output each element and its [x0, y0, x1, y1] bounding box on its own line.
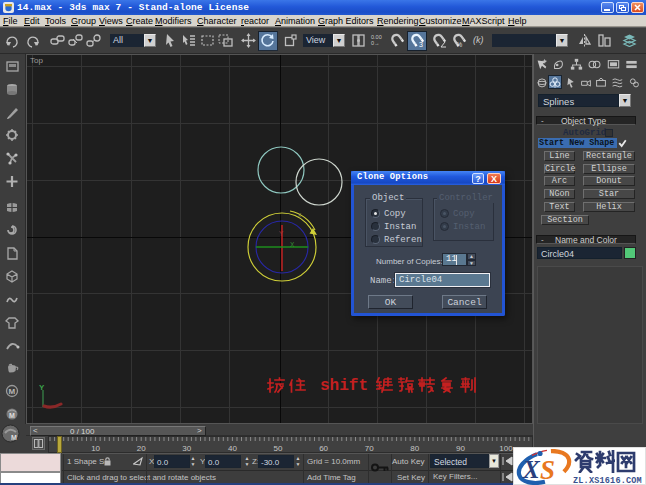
- svg-text:S: S: [540, 455, 555, 485]
- svg-text:x: x: [298, 211, 302, 218]
- svg-text:%: %: [456, 41, 462, 48]
- svg-text:X: X: [290, 241, 295, 248]
- svg-text:Y: Y: [279, 230, 284, 237]
- svg-text:X: X: [522, 456, 541, 483]
- svg-text:M: M: [9, 387, 16, 396]
- svg-text:Y: Y: [39, 383, 45, 392]
- svg-text:3: 3: [419, 41, 423, 48]
- svg-text:M: M: [9, 412, 15, 419]
